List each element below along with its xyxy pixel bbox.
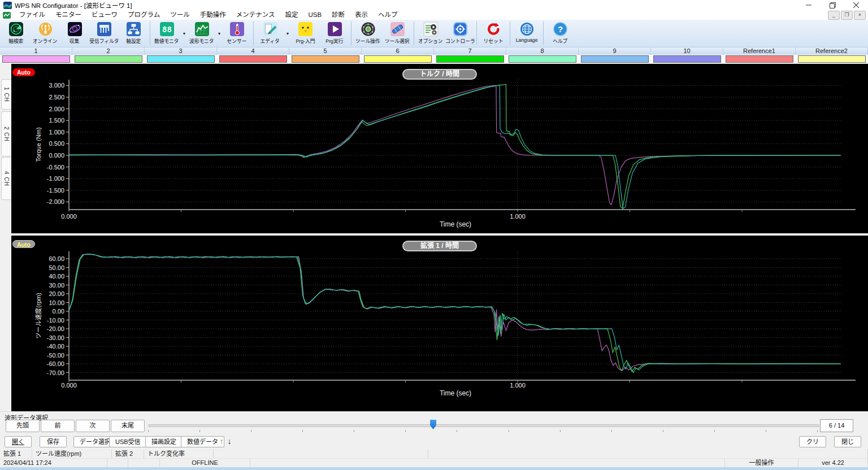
- channel-swatch-cell: [145, 55, 217, 63]
- channel-swatch-7[interactable]: [436, 55, 504, 63]
- status-row-values: 2024/04/11 17:24 OFFLINE 一般操作 ver 4.22: [0, 458, 868, 467]
- close-button[interactable]: [844, 0, 868, 10]
- status-field-1: ツール速度(rpm): [32, 449, 112, 458]
- menu-item-8[interactable]: USB: [303, 10, 327, 20]
- dropdown-arrow-icon[interactable]: ▼: [285, 32, 290, 36]
- menu-item-11[interactable]: ヘルプ: [373, 10, 403, 20]
- action-button-0[interactable]: 開く: [5, 436, 32, 447]
- toolbar-button-15[interactable]: リセット: [479, 20, 508, 46]
- toolbar-button-14[interactable]: コントローラ: [445, 20, 475, 46]
- mdi-restore-button[interactable]: ❐: [841, 11, 853, 20]
- toolbar-button-8[interactable]: エディタ: [255, 20, 285, 46]
- close-panel-button[interactable]: 閉じる: [834, 436, 861, 447]
- y-axis-label: ツール速度(rpm): [34, 293, 42, 338]
- toolbar-label: ツール選択: [385, 37, 410, 45]
- toolbar-button-0[interactable]: 軸検索: [1, 20, 31, 46]
- channel-swatch-Reference2[interactable]: [798, 55, 866, 63]
- dropdown-arrow-icon[interactable]: ▼: [216, 32, 222, 36]
- nav-button-1[interactable]: 前: [41, 420, 75, 432]
- menu-item-6[interactable]: メンテナンス: [231, 10, 280, 20]
- toolbar-button-9[interactable]: Prg-入門: [290, 20, 320, 46]
- toolbar-button-6[interactable]: 波形モニタ: [187, 20, 216, 46]
- move-down-button[interactable]: ↓: [225, 436, 233, 447]
- menu-item-7[interactable]: 設定: [280, 10, 303, 20]
- channel-tab-1ch[interactable]: 1 CH: [1, 79, 11, 110]
- channel-swatch-10[interactable]: [653, 55, 721, 63]
- svg-text:0.000: 0.000: [61, 382, 77, 389]
- channel-tab-2ch[interactable]: 2 CH: [1, 111, 11, 156]
- svg-text:10.00: 10.00: [49, 299, 64, 306]
- toolbar-button-16[interactable]: Language: [512, 20, 541, 46]
- menu-item-1[interactable]: モニター: [50, 10, 86, 20]
- channel-swatch-8[interactable]: [509, 55, 576, 63]
- minimize-button[interactable]: [797, 0, 821, 10]
- channel-swatch-2[interactable]: [75, 55, 142, 63]
- status-field-3: トルク変化率: [144, 449, 214, 458]
- record-slider[interactable]: [148, 420, 818, 433]
- menu-item-2[interactable]: ビューワ: [86, 10, 123, 20]
- waveform-monitor-icon: [194, 21, 210, 37]
- toolbar-button-11[interactable]: ツール操作: [353, 20, 383, 46]
- svg-text:?: ?: [557, 24, 562, 34]
- nav-button-0[interactable]: 先頭: [6, 420, 40, 432]
- channel-swatch-4[interactable]: [219, 55, 287, 63]
- slider-track[interactable]: [148, 424, 819, 427]
- menu-item-5[interactable]: 手動操作: [195, 10, 231, 20]
- svg-text:1.500: 1.500: [49, 117, 64, 124]
- svg-text:-50.00: -50.00: [47, 352, 64, 359]
- toolbar-button-7[interactable]: センサー: [222, 20, 251, 46]
- status-row-labels: 拡張 1ツール速度(rpm)拡張 2トルク変化率: [0, 449, 868, 459]
- chart-title: トルク / 時間: [402, 69, 477, 80]
- slider-tick: [354, 430, 354, 432]
- dropdown-arrow-icon[interactable]: ▼: [181, 32, 187, 36]
- toolbar-button-2[interactable]: 収集: [60, 20, 89, 46]
- menu-item-4[interactable]: ツール: [165, 10, 195, 20]
- auto-scale-badge[interactable]: Auto: [12, 68, 35, 76]
- nav-button-2[interactable]: 次: [76, 420, 110, 432]
- status-field-5: [428, 449, 868, 458]
- channel-swatch-3[interactable]: [147, 55, 215, 63]
- nav-button-3[interactable]: 末尾: [111, 420, 145, 432]
- toolbar-button-5[interactable]: 88数値モニタ: [152, 20, 181, 46]
- toolbar-button-10[interactable]: Prg実行: [320, 20, 349, 46]
- channel-swatch-5[interactable]: [292, 55, 359, 63]
- channel-tab-4ch[interactable]: 4 CH: [1, 157, 11, 200]
- channel-swatch-6[interactable]: [364, 55, 432, 63]
- menu-item-9[interactable]: 診断: [327, 10, 350, 20]
- svg-text:-40.00: -40.00: [47, 343, 64, 350]
- channel-label-5: 5: [289, 47, 362, 55]
- channel-swatch-cell: [796, 55, 868, 63]
- menu-item-3[interactable]: プログラム: [123, 10, 165, 20]
- channel-swatch-cell: [217, 55, 289, 63]
- mdi-minimize-button[interactable]: _: [828, 11, 840, 20]
- chart-title: 拡張 1 / 時間: [402, 241, 477, 251]
- slider-thumb[interactable]: [430, 420, 436, 429]
- channel-swatch-9[interactable]: [581, 55, 649, 63]
- toolbar-button-4[interactable]: 軸設定: [119, 20, 148, 46]
- action-button-1[interactable]: 保存: [40, 436, 67, 447]
- action-button-3[interactable]: USB受信: [109, 436, 147, 447]
- toolbar-button-17[interactable]: ?ヘルプ: [545, 20, 575, 46]
- clear-button[interactable]: クリア: [799, 436, 826, 447]
- status-cell-empty: [128, 458, 160, 467]
- channel-swatch-cell: [72, 55, 145, 63]
- toolbar-button-1[interactable]: オンライン: [31, 20, 60, 46]
- menu-bar: ファイルモニタービューワプログラムツール手動操作メンテナンス設定USB診断表示ヘ…: [0, 10, 868, 20]
- status-field-0: 拡張 1: [0, 449, 32, 458]
- toolbar-button-3[interactable]: 受信フィルタ: [89, 20, 119, 46]
- move-up-button[interactable]: ↑: [218, 436, 225, 447]
- options-gears-icon: [423, 21, 439, 37]
- toolbar-button-12[interactable]: ツール選択: [383, 20, 412, 46]
- slider-tick: [509, 430, 509, 432]
- mdi-close-button[interactable]: ×: [854, 11, 866, 20]
- auto-scale-badge[interactable]: Auto: [12, 240, 35, 248]
- channel-swatch-1[interactable]: [2, 55, 70, 63]
- action-button-4[interactable]: 描画設定: [145, 436, 183, 447]
- channel-swatch-Reference1[interactable]: [726, 55, 793, 63]
- toolbar-button-13[interactable]: オプション: [416, 20, 445, 46]
- extension1-time-chart: 60.0050.0040.0030.0020.0010.000.00-10.00…: [11, 236, 868, 411]
- restore-button[interactable]: [821, 0, 844, 10]
- toolbar: 軸検索オンライン収集受信フィルタ軸設定88数値モニタ▼波形モニタ▼センサーエディ…: [0, 20, 868, 47]
- menu-item-0[interactable]: ファイル: [14, 10, 50, 20]
- menu-item-10[interactable]: 表示: [350, 10, 373, 20]
